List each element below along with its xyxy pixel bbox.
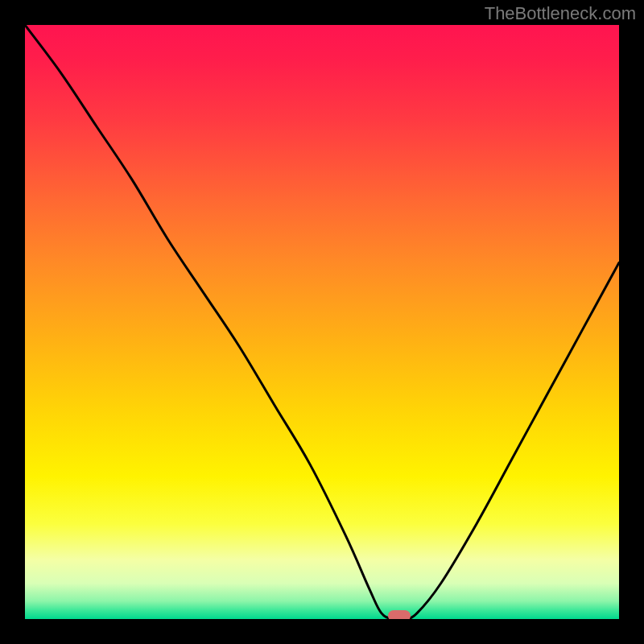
optimal-marker <box>388 610 411 619</box>
watermark-text: TheBottleneck.com <box>485 3 636 24</box>
chart-frame: TheBottleneck.com <box>0 0 644 644</box>
plot-area <box>25 25 619 619</box>
bottleneck-curve <box>25 25 619 619</box>
